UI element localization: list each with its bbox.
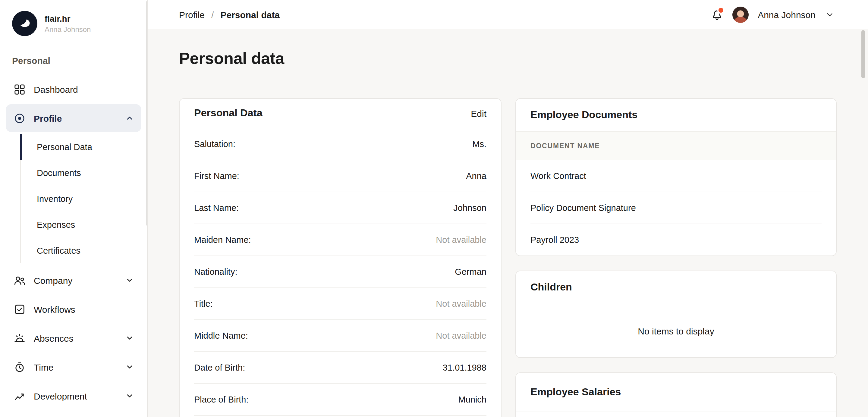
subitem-label: Documents [37,168,81,178]
development-icon [13,390,25,402]
field-row-date-of-birth: Date of Birth: 31.01.1988 [194,352,487,384]
card-title: Employee Salaries [516,373,836,412]
breadcrumb-separator: / [211,9,214,20]
chevron-down-icon [125,276,134,284]
personal-data-card: Personal Data Edit Salutation: Ms. First… [179,98,501,417]
subitem-label: Personal Data [37,142,92,152]
sidebar-item-workflows[interactable]: Workflows [6,295,141,323]
documents-column-header: DOCUMENT NAME [516,131,836,160]
chevron-down-icon [125,363,134,371]
app-window: flair.hr Anna Johnson Personal Dashboard… [0,0,868,417]
document-name: Payroll 2023 [530,235,579,245]
sidebar-subitem-documents[interactable]: Documents [20,160,147,186]
flair-logo [12,11,37,36]
field-value: Not available [436,299,487,309]
sidebar-item-label: Dashboard [34,84,78,94]
field-label: Salutation: [194,139,236,149]
screen: flair.hr Anna Johnson Personal Dashboard… [0,0,868,417]
brand-user-name: Anna Johnson [44,25,91,33]
document-name: Work Contract [530,171,586,181]
subitem-label: Certificates [37,246,81,255]
document-name: Policy Document Signature [530,203,636,213]
children-empty-message: No items to display [516,304,836,357]
field-value: Not available [436,331,487,341]
field-row-title: Title: Not available [194,288,487,320]
field-row-nationality: Nationality: German [194,256,487,288]
sidebar-item-profile[interactable]: Profile [6,104,141,132]
subitem-label: Inventory [37,194,73,203]
chevron-down-icon [125,334,134,342]
sidebar-subitem-personal-data[interactable]: Personal Data [20,134,147,160]
field-value: 31.01.1988 [443,363,487,373]
sidebar-item-company[interactable]: Company [6,266,141,294]
document-row[interactable]: Payroll 2023 [530,224,822,256]
edit-button[interactable]: Edit [471,108,487,119]
sidebar-nav: Dashboard Profile Personal Data Document… [0,75,147,410]
field-row-first-name: First Name: Anna [194,160,487,192]
topbar-user-name[interactable]: Anna Johnson [758,9,815,20]
field-value: German [455,267,487,277]
field-label: Nationality: [194,267,237,277]
company-icon [13,274,25,286]
page-title: Personal data [179,50,837,68]
sidebar-item-time[interactable]: Time [6,353,141,381]
right-column: Employee Documents DOCUMENT NAME Work Co… [516,98,837,417]
chevron-down-icon[interactable] [825,10,834,19]
chevron-down-icon [125,392,134,400]
employee-salaries-card: Employee Salaries [516,373,837,417]
profile-icon [13,112,25,124]
sidebar-item-development[interactable]: Development [6,382,141,410]
field-row-middle-name: Middle Name: Not available [194,320,487,352]
sidebar-item-label: Absences [34,333,73,343]
sidebar-section-label: Personal [0,56,147,66]
employee-documents-card: Employee Documents DOCUMENT NAME Work Co… [516,98,837,256]
field-label: Last Name: [194,203,239,213]
subitem-label: Expenses [37,220,75,229]
field-label: Middle Name: [194,331,248,341]
document-row[interactable]: Policy Document Signature [530,192,822,224]
sidebar-subitem-inventory[interactable]: Inventory [20,186,147,212]
field-value: Not available [436,235,487,245]
field-row-maiden-name: Maiden Name: Not available [194,224,487,256]
sidebar-item-label: Workflows [34,304,75,314]
breadcrumb-section[interactable]: Profile [179,9,205,20]
field-label: First Name: [194,171,239,181]
field-value: Ms. [472,139,487,149]
document-row[interactable]: Work Contract [530,160,822,192]
absences-icon [13,332,25,344]
field-label: Date of Birth: [194,363,245,373]
field-row-place-of-birth: Place of Birth: Munich [194,384,487,416]
breadcrumb-current: Personal data [220,9,280,20]
brand-product-name: flair.hr [44,13,91,23]
field-value: Johnson [453,203,487,213]
cards-layout: Personal Data Edit Salutation: Ms. First… [179,98,837,417]
card-title: Children [516,271,836,304]
field-value: Anna [466,171,487,181]
children-card: Children No items to display [516,270,837,358]
dashboard-icon [13,83,25,95]
sidebar-item-label: Company [34,275,72,285]
profile-sub-list: Personal Data Documents Inventory Expens… [20,134,147,263]
brand: flair.hr Anna Johnson [0,11,147,36]
field-label: Maiden Name: [194,235,251,245]
card-title: Employee Documents [516,99,836,131]
sidebar: flair.hr Anna Johnson Personal Dashboard… [0,0,148,417]
field-label: Title: [194,299,213,309]
page-content: Personal data Personal Data Edit Salutat… [148,29,868,417]
brand-text: flair.hr Anna Johnson [44,13,91,33]
sidebar-item-absences[interactable]: Absences [6,324,141,352]
notification-dot [717,7,724,14]
personal-data-card-header: Personal Data Edit [194,99,487,128]
sidebar-item-label: Development [34,391,87,401]
notifications-button[interactable] [710,8,723,21]
user-avatar[interactable] [733,6,749,23]
main-area: Profile / Personal data Anna Johnson [148,0,868,417]
sidebar-item-dashboard[interactable]: Dashboard [6,75,141,103]
field-row-last-name: Last Name: Johnson [194,192,487,224]
sidebar-item-label: Time [34,362,54,372]
page-scrollbar-thumb[interactable] [861,30,865,78]
sidebar-subitem-expenses[interactable]: Expenses [20,212,147,237]
field-value: Munich [458,395,487,404]
sidebar-subitem-certificates[interactable]: Certificates [20,237,147,263]
chevron-up-icon [125,114,134,122]
